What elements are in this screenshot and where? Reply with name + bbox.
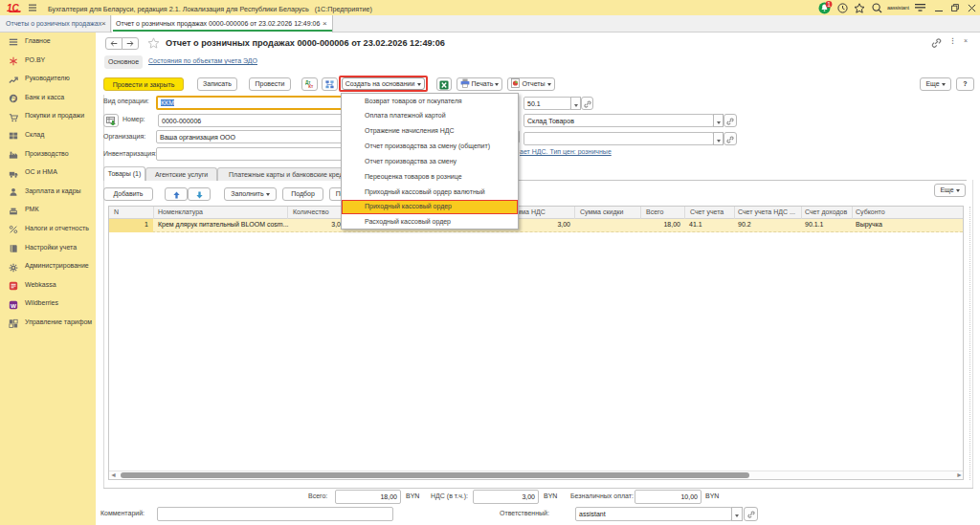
svg-text:1: 1 [827, 1, 831, 8]
svg-text:Кт: Кт [308, 84, 314, 89]
svg-text:W: W [11, 301, 16, 308]
svg-text:₽: ₽ [11, 96, 16, 102]
